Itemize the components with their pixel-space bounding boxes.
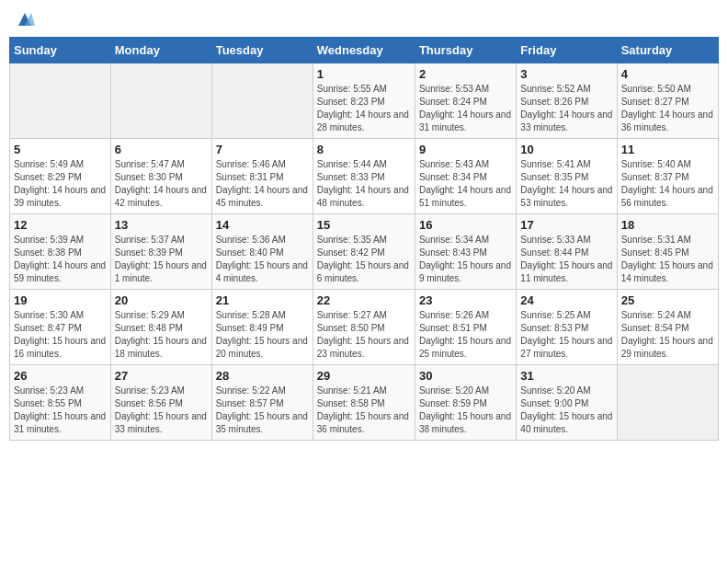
calendar-cell — [617, 365, 718, 441]
day-number: 4 — [621, 67, 714, 81]
calendar-cell: 21Sunrise: 5:28 AM Sunset: 8:49 PM Dayli… — [211, 290, 313, 365]
week-row-1: 1Sunrise: 5:55 AM Sunset: 8:23 PM Daylig… — [10, 63, 719, 139]
day-number: 26 — [14, 369, 107, 383]
day-info: Sunrise: 5:44 AM Sunset: 8:33 PM Dayligh… — [317, 158, 411, 210]
calendar-cell: 12Sunrise: 5:39 AM Sunset: 8:38 PM Dayli… — [10, 214, 111, 290]
day-info: Sunrise: 5:41 AM Sunset: 8:35 PM Dayligh… — [520, 158, 612, 210]
calendar-cell: 30Sunrise: 5:20 AM Sunset: 8:59 PM Dayli… — [415, 365, 516, 441]
day-number: 20 — [115, 293, 208, 307]
day-number: 11 — [621, 143, 714, 156]
weekday-header-row: SundayMondayTuesdayWednesdayThursdayFrid… — [10, 38, 719, 63]
day-info: Sunrise: 5:27 AM Sunset: 8:50 PM Dayligh… — [317, 309, 411, 361]
day-info: Sunrise: 5:40 AM Sunset: 8:37 PM Dayligh… — [621, 158, 714, 210]
week-row-3: 12Sunrise: 5:39 AM Sunset: 8:38 PM Dayli… — [10, 214, 719, 290]
calendar-cell: 20Sunrise: 5:29 AM Sunset: 8:48 PM Dayli… — [110, 290, 211, 365]
calendar-cell: 24Sunrise: 5:25 AM Sunset: 8:53 PM Dayli… — [517, 290, 617, 365]
day-number: 17 — [520, 218, 612, 232]
day-info: Sunrise: 5:47 AM Sunset: 8:30 PM Dayligh… — [115, 158, 208, 210]
weekday-header-thursday: Thursday — [415, 38, 516, 63]
logo-icon — [15, 9, 35, 29]
day-info: Sunrise: 5:46 AM Sunset: 8:31 PM Dayligh… — [216, 158, 309, 210]
day-number: 13 — [115, 218, 208, 232]
weekday-header-friday: Friday — [517, 38, 617, 63]
week-row-2: 5Sunrise: 5:49 AM Sunset: 8:29 PM Daylig… — [10, 139, 719, 214]
day-info: Sunrise: 5:36 AM Sunset: 8:40 PM Dayligh… — [216, 234, 309, 285]
calendar-cell: 2Sunrise: 5:53 AM Sunset: 8:24 PM Daylig… — [415, 63, 516, 139]
day-info: Sunrise: 5:49 AM Sunset: 8:29 PM Dayligh… — [14, 158, 107, 210]
logo — [13, 9, 35, 29]
day-number: 10 — [520, 143, 612, 156]
day-number: 6 — [115, 143, 208, 156]
day-info: Sunrise: 5:55 AM Sunset: 8:23 PM Dayligh… — [317, 83, 411, 134]
day-number: 31 — [520, 369, 612, 383]
calendar-cell: 3Sunrise: 5:52 AM Sunset: 8:26 PM Daylig… — [517, 63, 617, 139]
day-number: 23 — [419, 293, 512, 307]
calendar-cell: 29Sunrise: 5:21 AM Sunset: 8:58 PM Dayli… — [313, 365, 415, 441]
calendar-cell: 8Sunrise: 5:44 AM Sunset: 8:33 PM Daylig… — [313, 139, 415, 214]
calendar-cell — [110, 63, 211, 139]
day-number: 8 — [317, 143, 411, 156]
calendar-cell: 7Sunrise: 5:46 AM Sunset: 8:31 PM Daylig… — [211, 139, 313, 214]
weekday-header-wednesday: Wednesday — [313, 38, 415, 63]
day-info: Sunrise: 5:29 AM Sunset: 8:48 PM Dayligh… — [115, 309, 208, 361]
calendar-cell: 10Sunrise: 5:41 AM Sunset: 8:35 PM Dayli… — [517, 139, 617, 214]
day-number: 5 — [14, 143, 107, 156]
calendar-cell: 27Sunrise: 5:23 AM Sunset: 8:56 PM Dayli… — [110, 365, 211, 441]
day-info: Sunrise: 5:30 AM Sunset: 8:47 PM Dayligh… — [14, 309, 107, 361]
day-number: 18 — [621, 218, 714, 232]
day-info: Sunrise: 5:26 AM Sunset: 8:51 PM Dayligh… — [419, 309, 512, 361]
day-number: 1 — [317, 67, 411, 81]
day-info: Sunrise: 5:23 AM Sunset: 8:56 PM Dayligh… — [115, 385, 208, 436]
day-info: Sunrise: 5:43 AM Sunset: 8:34 PM Dayligh… — [419, 158, 512, 210]
day-number: 12 — [14, 218, 107, 232]
calendar-table: SundayMondayTuesdayWednesdayThursdayFrid… — [9, 37, 719, 441]
calendar-cell: 23Sunrise: 5:26 AM Sunset: 8:51 PM Dayli… — [415, 290, 516, 365]
page-header — [9, 9, 719, 29]
day-number: 9 — [419, 143, 512, 156]
calendar-cell: 16Sunrise: 5:34 AM Sunset: 8:43 PM Dayli… — [415, 214, 516, 290]
day-number: 2 — [419, 67, 512, 81]
day-info: Sunrise: 5:20 AM Sunset: 8:59 PM Dayligh… — [419, 385, 512, 436]
calendar-cell: 5Sunrise: 5:49 AM Sunset: 8:29 PM Daylig… — [10, 139, 111, 214]
weekday-header-sunday: Sunday — [10, 38, 111, 63]
day-number: 14 — [216, 218, 309, 232]
day-info: Sunrise: 5:50 AM Sunset: 8:27 PM Dayligh… — [621, 83, 714, 134]
calendar-cell: 17Sunrise: 5:33 AM Sunset: 8:44 PM Dayli… — [517, 214, 617, 290]
day-number: 30 — [419, 369, 512, 383]
day-number: 25 — [621, 293, 714, 307]
calendar-cell: 22Sunrise: 5:27 AM Sunset: 8:50 PM Dayli… — [313, 290, 415, 365]
day-number: 19 — [14, 293, 107, 307]
calendar-cell: 25Sunrise: 5:24 AM Sunset: 8:54 PM Dayli… — [617, 290, 718, 365]
calendar-cell: 19Sunrise: 5:30 AM Sunset: 8:47 PM Dayli… — [10, 290, 111, 365]
calendar-cell: 15Sunrise: 5:35 AM Sunset: 8:42 PM Dayli… — [313, 214, 415, 290]
calendar-cell: 6Sunrise: 5:47 AM Sunset: 8:30 PM Daylig… — [110, 139, 211, 214]
calendar-cell: 18Sunrise: 5:31 AM Sunset: 8:45 PM Dayli… — [617, 214, 718, 290]
calendar-cell: 31Sunrise: 5:20 AM Sunset: 9:00 PM Dayli… — [517, 365, 617, 441]
day-info: Sunrise: 5:23 AM Sunset: 8:55 PM Dayligh… — [14, 385, 107, 436]
weekday-header-tuesday: Tuesday — [211, 38, 313, 63]
day-info: Sunrise: 5:20 AM Sunset: 9:00 PM Dayligh… — [520, 385, 612, 436]
day-info: Sunrise: 5:35 AM Sunset: 8:42 PM Dayligh… — [317, 234, 411, 285]
week-row-5: 26Sunrise: 5:23 AM Sunset: 8:55 PM Dayli… — [10, 365, 719, 441]
day-info: Sunrise: 5:52 AM Sunset: 8:26 PM Dayligh… — [520, 83, 612, 134]
day-info: Sunrise: 5:25 AM Sunset: 8:53 PM Dayligh… — [520, 309, 612, 361]
calendar-cell: 28Sunrise: 5:22 AM Sunset: 8:57 PM Dayli… — [211, 365, 313, 441]
calendar-cell: 11Sunrise: 5:40 AM Sunset: 8:37 PM Dayli… — [617, 139, 718, 214]
day-number: 28 — [216, 369, 309, 383]
day-number: 7 — [216, 143, 309, 156]
calendar-cell — [10, 63, 111, 139]
weekday-header-monday: Monday — [110, 38, 211, 63]
weekday-header-saturday: Saturday — [617, 38, 718, 63]
calendar-cell: 26Sunrise: 5:23 AM Sunset: 8:55 PM Dayli… — [10, 365, 111, 441]
day-info: Sunrise: 5:28 AM Sunset: 8:49 PM Dayligh… — [216, 309, 309, 361]
day-info: Sunrise: 5:22 AM Sunset: 8:57 PM Dayligh… — [216, 385, 309, 436]
day-info: Sunrise: 5:53 AM Sunset: 8:24 PM Dayligh… — [419, 83, 512, 134]
calendar-cell: 13Sunrise: 5:37 AM Sunset: 8:39 PM Dayli… — [110, 214, 211, 290]
day-number: 22 — [317, 293, 411, 307]
day-number: 15 — [317, 218, 411, 232]
calendar-cell: 14Sunrise: 5:36 AM Sunset: 8:40 PM Dayli… — [211, 214, 313, 290]
calendar-cell: 9Sunrise: 5:43 AM Sunset: 8:34 PM Daylig… — [415, 139, 516, 214]
day-number: 27 — [115, 369, 208, 383]
calendar-cell: 1Sunrise: 5:55 AM Sunset: 8:23 PM Daylig… — [313, 63, 415, 139]
week-row-4: 19Sunrise: 5:30 AM Sunset: 8:47 PM Dayli… — [10, 290, 719, 365]
